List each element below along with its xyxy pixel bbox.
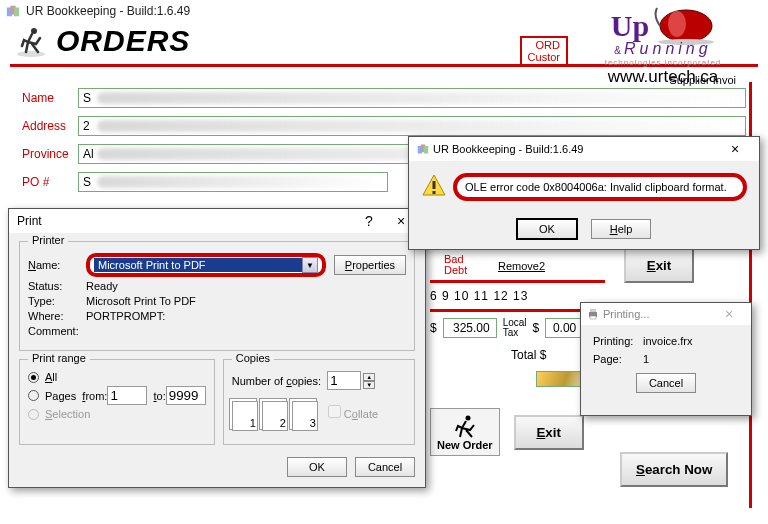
- type-value: Microsoft Print To PDF: [86, 295, 196, 307]
- error-close-icon[interactable]: ×: [719, 141, 751, 157]
- svg-rect-14: [433, 191, 436, 194]
- name-label: Name: [22, 91, 78, 105]
- svg-rect-2: [14, 8, 19, 17]
- printing-dialog: Printing... × Printing:invoice.frx Page:…: [580, 302, 752, 416]
- dollar-sign: $: [430, 321, 437, 335]
- svg-point-9: [465, 416, 470, 421]
- printing-file: invoice.frx: [643, 335, 693, 347]
- print-range-group: Print range All Pages from: to: Selectio…: [19, 359, 215, 445]
- address-field[interactable]: 2: [78, 116, 746, 136]
- orders-heading: ORDERS: [56, 24, 190, 58]
- po-field[interactable]: S: [78, 172, 388, 192]
- logo-tagline: technologies incorporated: [568, 58, 758, 67]
- name-field[interactable]: S: [78, 88, 746, 108]
- main-title: UR Bookkeeping - Build:1.6.49: [26, 4, 190, 18]
- to-input[interactable]: [166, 386, 206, 405]
- spin-down[interactable]: ▼: [363, 381, 375, 389]
- localtax-label: Local Tax: [503, 318, 527, 338]
- remove2-link[interactable]: Remove2: [498, 260, 545, 272]
- print-dialog: Print ?× Printer Name: Microsoft Print t…: [8, 208, 426, 488]
- spin-up[interactable]: ▲: [363, 373, 375, 381]
- print-title: Print: [17, 214, 42, 228]
- copies-title: Copies: [232, 352, 274, 364]
- app-window: UR Bookkeeping - Build:1.6.49 ORDERS ORD…: [0, 0, 768, 524]
- bottom-buttons: New Order Exit: [430, 408, 584, 456]
- error-dialog: UR Bookkeeping - Build:1.6.49 × OLE erro…: [408, 136, 760, 250]
- svg-rect-16: [590, 309, 596, 312]
- page-label: Page:: [593, 353, 643, 365]
- status-value: Ready: [86, 280, 118, 292]
- radio-all[interactable]: [28, 372, 39, 383]
- logo-running: Running: [624, 40, 712, 57]
- printer-group-title: Printer: [28, 234, 68, 246]
- runner-icon: [447, 413, 483, 439]
- logo-amp: &: [614, 45, 621, 56]
- collate-checkbox: [328, 405, 341, 418]
- printing-label: Printing:: [593, 335, 643, 347]
- address-value: 2: [83, 119, 90, 133]
- page-number: 1: [643, 353, 649, 365]
- logo-up: Up: [611, 9, 649, 42]
- number-row: 6 9 10 11 12 13: [430, 289, 605, 303]
- custor-text: Custor: [528, 51, 560, 63]
- print-cancel-button[interactable]: Cancel: [355, 457, 415, 477]
- error-help-button[interactable]: Help: [591, 219, 651, 239]
- error-message: OLE error code 0x8004006a: Invalid clipb…: [453, 173, 747, 201]
- radio-pages[interactable]: [28, 390, 39, 401]
- chevron-down-icon[interactable]: ▼: [302, 257, 318, 273]
- from-input[interactable]: [107, 386, 147, 405]
- po-label: PO #: [22, 175, 78, 189]
- svg-point-3: [17, 51, 45, 57]
- po-value: S: [83, 175, 91, 189]
- where-value: PORTPROMPT:: [86, 310, 165, 322]
- total-label: Total $: [511, 348, 546, 362]
- new-order-label: New Order: [437, 439, 493, 451]
- province-label: Province: [22, 147, 78, 161]
- status-label: Status:: [28, 280, 86, 292]
- collate-pages-icon: 1 2 3: [232, 401, 318, 431]
- print-help-icon[interactable]: ?: [353, 213, 385, 229]
- properties-button[interactable]: Properties: [334, 255, 406, 275]
- numbers-panel: 6 9 10 11 12 13 $ 325.00 Local Tax $ 0.0…: [430, 280, 605, 362]
- printing-title: Printing...: [603, 308, 649, 320]
- warning-icon: [421, 173, 447, 199]
- copies-group: Copies Number of copies: ▲▼ 1 2 3 Collat…: [223, 359, 415, 445]
- bad-debt-label: Bad Debt: [444, 254, 467, 276]
- svg-rect-13: [433, 181, 436, 189]
- printer-name-select[interactable]: Microsoft Print to PDF ▼: [86, 253, 326, 277]
- app-icon: [6, 4, 20, 18]
- ord-text: ORD: [528, 39, 560, 51]
- supplier-invoice-label: Supplier Invoi: [669, 74, 736, 86]
- runner-icon: [14, 24, 48, 58]
- province-value: Al: [83, 147, 94, 161]
- printer-name-value: Microsoft Print to PDF: [94, 258, 302, 272]
- copies-input[interactable]: [327, 371, 361, 390]
- exit-button-2[interactable]: Exit: [514, 415, 584, 450]
- svg-rect-12: [424, 146, 429, 154]
- name-value: S: [83, 91, 91, 105]
- comment-label: Comment:: [28, 325, 86, 337]
- search-now-button[interactable]: Search Now: [620, 452, 728, 487]
- type-label: Type:: [28, 295, 86, 307]
- error-ok-button[interactable]: OK: [517, 219, 577, 239]
- printing-cancel-button[interactable]: Cancel: [636, 373, 696, 393]
- address-label: Address: [22, 119, 78, 133]
- localtax-box[interactable]: 0.00: [545, 318, 583, 338]
- app-icon: [417, 143, 429, 155]
- radio-selection: [28, 409, 39, 420]
- svg-rect-17: [590, 316, 596, 319]
- exit-button[interactable]: Exit: [624, 248, 694, 283]
- print-ok-button[interactable]: OK: [287, 457, 347, 477]
- svg-point-7: [668, 11, 686, 37]
- ord-custor-box: ORD Custor: [520, 36, 568, 66]
- printer-group: Printer Name: Microsoft Print to PDF ▼ P…: [19, 241, 415, 351]
- error-title: UR Bookkeeping - Build:1.6.49: [433, 143, 583, 155]
- amount-box[interactable]: 325.00: [443, 318, 497, 338]
- range-title: Print range: [28, 352, 90, 364]
- printer-icon: [587, 308, 599, 320]
- printing-close-icon[interactable]: ×: [713, 306, 745, 322]
- where-label: Where:: [28, 310, 86, 322]
- new-order-button[interactable]: New Order: [430, 408, 500, 456]
